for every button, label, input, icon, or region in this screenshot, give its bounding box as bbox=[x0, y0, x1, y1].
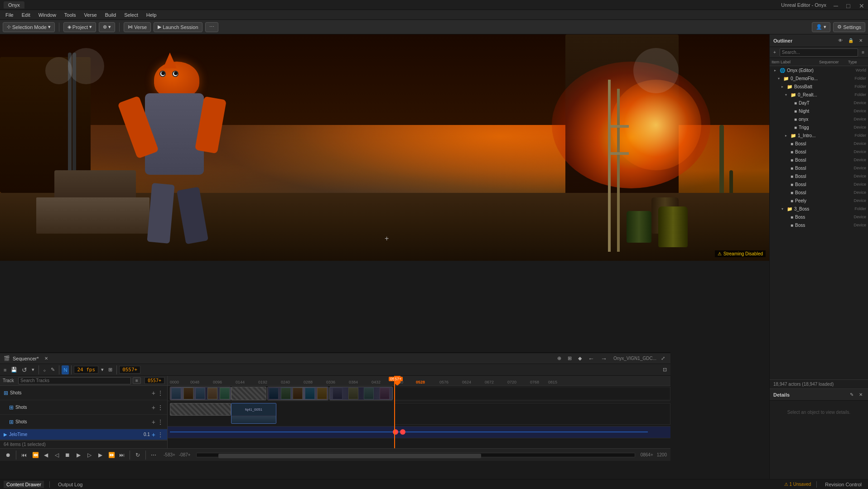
transport-goto-end-button[interactable]: ⏭ bbox=[117, 451, 126, 459]
details-close-button[interactable]: ✕ bbox=[857, 390, 864, 399]
menu-tools[interactable]: Tools bbox=[61, 11, 80, 19]
transport-play-reverse-button[interactable]: ◁ bbox=[52, 451, 61, 459]
toolbar-mode-button[interactable]: ⊹ Selection Mode ▾ bbox=[3, 22, 55, 32]
seq-mark-button[interactable]: ⊡ bbox=[661, 365, 669, 374]
seq-edit-button[interactable]: ✎ bbox=[49, 365, 57, 374]
transport-step-forward-button[interactable]: ⏩ bbox=[106, 451, 116, 459]
toolbar-launch-button[interactable]: ▶ Launch Session bbox=[154, 22, 202, 32]
seq-add-track-button[interactable]: ⊕ bbox=[555, 354, 563, 363]
seq-close-button[interactable]: ✕ bbox=[43, 354, 50, 363]
track-row-2[interactable]: ⊞ Shots + ⋮ bbox=[0, 400, 167, 415]
details-edit-button[interactable]: ✎ bbox=[848, 390, 855, 399]
menu-window[interactable]: Window bbox=[35, 11, 60, 19]
timeline-clip-2[interactable] bbox=[231, 387, 266, 400]
tree-1-intro[interactable]: ▸ 📁 1_Intro... Folder bbox=[770, 131, 868, 139]
seq-expand-button[interactable]: ⤢ bbox=[659, 354, 667, 363]
seq-next-button[interactable]: → bbox=[599, 354, 609, 363]
transport-options-button[interactable]: ⋯ bbox=[149, 451, 158, 459]
jelo-add-button[interactable]: + bbox=[152, 431, 155, 438]
jelo-options[interactable]: ⋮ bbox=[157, 431, 164, 438]
output-log-button[interactable]: Output Log bbox=[55, 481, 85, 488]
seq-key-mode-button[interactable]: ⬦ bbox=[41, 365, 48, 374]
content-drawer-button[interactable]: Content Drawer bbox=[4, 481, 44, 488]
revision-control-button[interactable]: Revision Control bbox=[822, 481, 864, 488]
transport-next-key-button[interactable]: ▶ bbox=[96, 451, 105, 459]
track-add-button-3[interactable]: + bbox=[152, 418, 155, 426]
menu-verse[interactable]: Verse bbox=[81, 11, 101, 19]
transport-prev-key-button[interactable]: ◀ bbox=[41, 451, 50, 459]
tree-boss-1[interactable]: ▸ ■ Boss Device bbox=[770, 213, 868, 221]
menu-help[interactable]: Help bbox=[143, 11, 160, 19]
seq-fps-dropdown[interactable]: ▾ bbox=[99, 365, 106, 374]
track-search-input[interactable] bbox=[18, 377, 131, 384]
seq-prev-button[interactable]: ← bbox=[586, 354, 596, 363]
toolbar-transform-button[interactable]: ⊕ ▾ bbox=[99, 22, 115, 32]
transport-play-forward-button[interactable]: ▷ bbox=[85, 451, 94, 459]
outliner-add-button[interactable]: + bbox=[772, 48, 778, 57]
tree-bossbatt[interactable]: ▸ 📁 BossBatt Folder bbox=[770, 82, 868, 91]
menu-build[interactable]: Build bbox=[101, 11, 120, 19]
minimize-button[interactable]: ─ bbox=[834, 2, 839, 8]
tree-bossl-1[interactable]: ▸ ■ Bossl Device bbox=[770, 139, 868, 148]
menu-edit[interactable]: Edit bbox=[18, 11, 34, 19]
track-options-1[interactable]: ⋮ bbox=[157, 389, 164, 397]
tree-bossl-2[interactable]: ▸ ■ Bossl Device bbox=[770, 148, 868, 156]
track-add-button-2[interactable]: + bbox=[152, 404, 155, 411]
tree-bossl-3[interactable]: ▸ ■ Bossl Device bbox=[770, 156, 868, 164]
tree-dayt[interactable]: ▸ ■ DayT Device bbox=[770, 99, 868, 107]
track-filter-button[interactable]: ≡ bbox=[133, 377, 141, 384]
toolbar-more-button[interactable]: ⋯ bbox=[205, 22, 218, 32]
tree-bossl-6[interactable]: ▸ ■ Bossl Device bbox=[770, 180, 868, 188]
tree-trigg[interactable]: ▸ ■ Trigg Device bbox=[770, 123, 868, 131]
toolbar-project-button[interactable]: ◈ Project ▾ bbox=[63, 22, 96, 32]
transport-step-back-button[interactable]: ⏪ bbox=[30, 451, 39, 459]
seq-tab-label[interactable]: Sequencer* bbox=[13, 356, 39, 361]
timeline-clip-3[interactable] bbox=[267, 387, 328, 400]
seq-tracks-button[interactable]: ≡ bbox=[2, 365, 8, 374]
seq-timeline[interactable]: 0000 0048 0096 0144 0192 0240 0288 0336 … bbox=[168, 376, 670, 448]
tree-onyx-device[interactable]: ▸ ■ onyx Device bbox=[770, 115, 868, 123]
toolbar-settings-button[interactable]: ⚙ Settings bbox=[833, 22, 865, 32]
transport-goto-start-button[interactable]: ⏮ bbox=[19, 451, 29, 459]
maximize-button[interactable]: □ bbox=[846, 2, 852, 8]
seq-select-button[interactable]: N bbox=[62, 365, 69, 374]
outliner-close-button[interactable]: ✕ bbox=[857, 36, 864, 45]
viewport[interactable]: ⚠ Streaming Disabled + bbox=[0, 34, 769, 261]
toolbar-verse-button[interactable]: ⋈ Verse bbox=[124, 22, 151, 32]
track-add-button-1[interactable]: + bbox=[152, 389, 155, 397]
outliner-lock-button[interactable]: 🔒 bbox=[846, 36, 855, 45]
tree-bossl-4[interactable]: ▸ ■ Bossl Device bbox=[770, 164, 868, 172]
toolbar-user-button[interactable]: 👤 ▾ bbox=[812, 22, 830, 32]
timeline-clip-5[interactable] bbox=[170, 403, 231, 416]
seq-key-button[interactable]: ◆ bbox=[576, 354, 583, 363]
track-options-2[interactable]: ⋮ bbox=[157, 404, 164, 411]
track-row-3[interactable]: ⊞ Shots + ⋮ bbox=[0, 415, 167, 429]
tree-bossl-5[interactable]: ▸ ■ Bossl Device bbox=[770, 172, 868, 180]
track-row-1[interactable]: ⊞ Shots + ⋮ bbox=[0, 386, 167, 400]
outliner-eye-button[interactable]: 👁 bbox=[836, 36, 844, 45]
transport-loop-button[interactable]: ↻ bbox=[133, 451, 142, 459]
tree-0-realt[interactable]: ▾ 📁 0_Realt... Folder bbox=[770, 91, 868, 99]
scrollbar-thumb[interactable] bbox=[218, 454, 481, 458]
seq-undo-button[interactable]: ↺ bbox=[20, 365, 29, 374]
seq-save-button[interactable]: 💾 bbox=[9, 365, 19, 374]
tree-0-demoflo[interactable]: ▾ 📁 0_DemoFlo... Folder bbox=[770, 74, 868, 82]
transport-record-button[interactable]: ⏺ bbox=[4, 451, 13, 459]
tree-night[interactable]: ▸ ■ Night Device bbox=[770, 107, 868, 115]
transport-stop-button[interactable]: ⏹ bbox=[63, 451, 72, 459]
menu-file[interactable]: File bbox=[2, 11, 17, 19]
app-tab[interactable]: Onyx bbox=[4, 1, 24, 9]
close-button[interactable]: ✕ bbox=[859, 2, 864, 8]
track-options-3[interactable]: ⋮ bbox=[157, 418, 164, 426]
timeline-clip-6[interactable]: fq41_0051 bbox=[231, 403, 276, 424]
tree-boss-2[interactable]: ▸ ■ Boss Device bbox=[770, 221, 868, 229]
jelo-time-row[interactable]: ▶ JeloTime 0.1 + ⋮ bbox=[0, 429, 167, 440]
seq-filter-button[interactable]: ⊞ bbox=[566, 354, 574, 363]
transport-play-button[interactable]: ▶ bbox=[74, 451, 83, 459]
timeline-clip-4[interactable] bbox=[329, 387, 393, 400]
outliner-search-input[interactable] bbox=[780, 48, 858, 57]
seq-snap-button[interactable]: ⊞ bbox=[106, 365, 114, 374]
tree-3-boss-folder[interactable]: ▾ 📁 3_Boss Folder bbox=[770, 205, 868, 213]
seq-settings-button[interactable]: ▾ bbox=[30, 365, 36, 374]
menu-select[interactable]: Select bbox=[121, 11, 142, 19]
